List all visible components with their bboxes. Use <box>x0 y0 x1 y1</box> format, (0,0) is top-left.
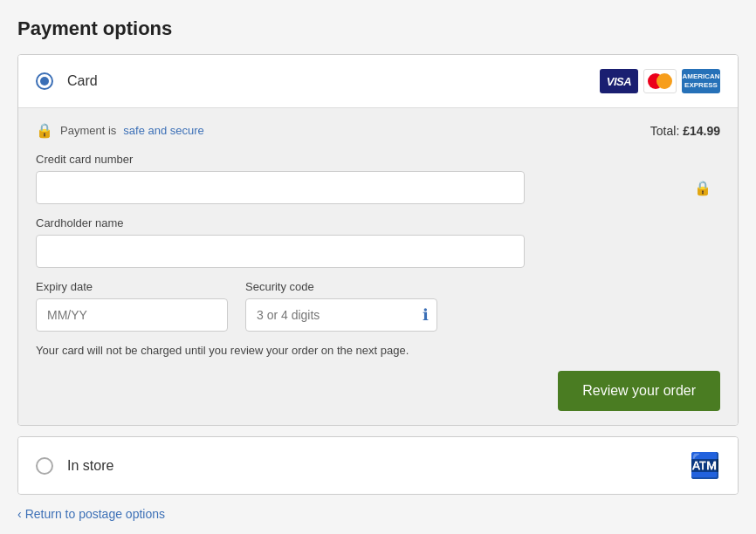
charge-notice: Your card will not be charged until you … <box>36 344 720 357</box>
visa-logo: VISA <box>600 69 638 93</box>
card-payment-section: Card VISA AMERICANEXPRESS 🔒 Payment is s… <box>17 54 739 426</box>
total-text: Total: £14.99 <box>650 124 720 138</box>
security-prefix: Payment is <box>60 124 116 137</box>
return-link-row: ‹Return to postage options <box>17 507 739 521</box>
info-icon: ℹ <box>423 305 429 325</box>
security-code-col: Security code ℹ <box>245 280 437 332</box>
total-label: Total: <box>650 124 679 138</box>
card-form-area: 🔒 Payment is safe and secure Total: £14.… <box>18 108 738 425</box>
mastercard-logo <box>643 69 677 93</box>
cardholder-label: Cardholder name <box>36 216 720 229</box>
mc-circle-right <box>656 73 672 89</box>
total-amount: £14.99 <box>683 124 720 138</box>
return-link[interactable]: ‹Return to postage options <box>17 507 165 521</box>
card-logos: VISA AMERICANEXPRESS <box>600 69 720 93</box>
chevron-left-icon: ‹ <box>17 507 22 521</box>
card-number-input[interactable] <box>36 171 525 204</box>
expiry-col: Expiry date <box>36 280 228 332</box>
card-number-label: Credit card number <box>36 153 720 166</box>
security-row: 🔒 Payment is safe and secure Total: £14.… <box>36 122 720 139</box>
security-code-input[interactable] <box>245 298 437 332</box>
in-store-label: In store <box>67 458 690 474</box>
card-lock-icon: 🔒 <box>694 180 711 196</box>
card-option-label: Card <box>67 73 600 89</box>
review-order-button[interactable]: Review your order <box>558 371 720 411</box>
cardholder-group: Cardholder name <box>36 216 720 268</box>
cardholder-input[interactable] <box>36 235 525 268</box>
review-btn-row: Review your order <box>36 371 720 411</box>
card-option-header[interactable]: Card VISA AMERICANEXPRESS <box>18 55 738 108</box>
security-code-wrapper: ℹ <box>245 298 437 332</box>
expiry-security-row: Expiry date Security code ℹ <box>36 280 720 332</box>
in-store-icon: 🏧 <box>690 451 720 480</box>
in-store-logo: 🏧 <box>690 451 720 480</box>
expiry-input[interactable] <box>36 298 228 332</box>
card-number-group: Credit card number 🔒 <box>36 153 720 204</box>
in-store-section: In store 🏧 <box>17 436 739 495</box>
page-title: Payment options <box>17 17 739 40</box>
security-code-label: Security code <box>245 280 437 293</box>
secure-link[interactable]: safe and secure <box>123 124 204 137</box>
cardholder-wrapper <box>36 235 720 268</box>
expiry-label: Expiry date <box>36 280 228 293</box>
in-store-header[interactable]: In store 🏧 <box>18 437 738 494</box>
security-text: 🔒 Payment is safe and secure <box>36 122 204 139</box>
lock-icon: 🔒 <box>36 122 53 139</box>
in-store-radio-button[interactable] <box>36 457 53 475</box>
card-radio-button[interactable] <box>36 72 53 90</box>
amex-logo: AMERICANEXPRESS <box>682 69 720 93</box>
mc-circles <box>648 73 672 89</box>
card-number-wrapper: 🔒 <box>36 171 720 204</box>
